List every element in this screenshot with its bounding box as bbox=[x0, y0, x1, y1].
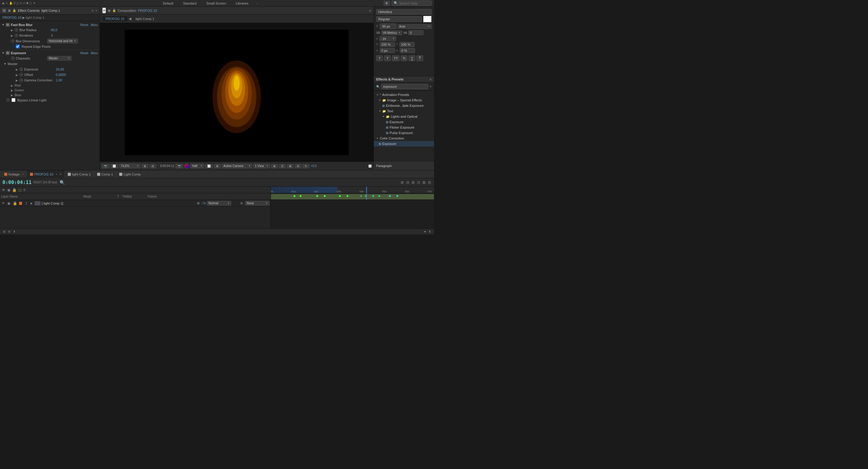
repeat-edge-checkbox[interactable] bbox=[16, 44, 20, 49]
tri-btn[interactable]: ▶ bbox=[11, 29, 13, 31]
tab-profog10[interactable]: PROFOG 10 × ≡ bbox=[27, 170, 65, 178]
grid-btn[interactable]: ⊟ bbox=[150, 164, 156, 168]
comp-tab-profog10[interactable]: PROFOG 10 bbox=[102, 16, 127, 21]
layer-lock-btn[interactable]: 🔒 bbox=[12, 200, 18, 206]
panel-close-btn[interactable]: × bbox=[2, 9, 6, 12]
tree-image-special[interactable]: ▼ 📁 Image – Special Effects bbox=[374, 97, 434, 103]
search-input[interactable] bbox=[399, 1, 430, 5]
stopwatch-channels[interactable]: ⏱ bbox=[11, 57, 14, 60]
scale-x-input[interactable] bbox=[380, 42, 395, 47]
ts-btn-t1[interactable]: T bbox=[376, 55, 383, 61]
tree-animation-presets[interactable]: ▼ * Animation Presets bbox=[374, 92, 434, 97]
tab-lightcomp1[interactable]: light Comp 1 bbox=[65, 170, 94, 178]
tree-lights-optical[interactable]: ▼ 📁 Lights and Optical bbox=[374, 114, 434, 119]
eye-btn[interactable]: 👁 bbox=[1, 187, 6, 193]
exposure-prop-value[interactable]: 10,00 bbox=[56, 67, 64, 71]
layout-btn3[interactable]: ⊠ bbox=[287, 164, 293, 168]
scale-y-input[interactable] bbox=[400, 42, 415, 47]
tree-exposure[interactable]: ⊞ Exposure bbox=[374, 119, 434, 125]
tri-green[interactable]: ▶ bbox=[11, 89, 13, 91]
search-btn[interactable]: 🔍 bbox=[59, 180, 65, 186]
tri-btn-exp[interactable]: ▶ bbox=[16, 68, 18, 70]
effects-panel-menu[interactable]: ≡ bbox=[430, 77, 432, 81]
profog10-tab-menu[interactable]: ≡ bbox=[60, 173, 61, 176]
zoom-dropdown[interactable]: 74,6% ▼ bbox=[119, 164, 141, 168]
tri-btn-off[interactable]: ▶ bbox=[16, 73, 18, 76]
color-btn[interactable] bbox=[184, 164, 189, 168]
snapshot-btn[interactable]: 📷 bbox=[102, 164, 109, 168]
fast-box-blur-header[interactable]: ▼ fx Fast Box Blur Reset Abou bbox=[0, 22, 100, 27]
num-btn[interactable]: # bbox=[23, 187, 26, 193]
tree-pulse-exposure[interactable]: ⊞ Pulse Exposure bbox=[374, 130, 434, 135]
va-value-input[interactable] bbox=[408, 30, 424, 35]
layer-parent-dropdown[interactable]: None ▼ bbox=[245, 201, 269, 206]
iterations-value[interactable]: 3 bbox=[51, 34, 53, 37]
bypass-linear-checkbox[interactable] bbox=[11, 98, 16, 102]
view-dropdown[interactable]: 1 View ▼ bbox=[253, 164, 270, 168]
ts-btn-ts[interactable]: T̈ bbox=[416, 55, 423, 61]
timeline-tool2[interactable]: ⊟ bbox=[406, 180, 410, 185]
region-btn[interactable]: ⬜ bbox=[205, 164, 213, 168]
tree-flicker-exposure[interactable]: ⊞ Flicker Exposure bbox=[374, 125, 434, 130]
panel-chevron[interactable]: » bbox=[95, 9, 97, 12]
workspace-standard[interactable]: Standard bbox=[181, 1, 198, 6]
profog10-tab-close[interactable]: × bbox=[56, 173, 57, 176]
timeline-tool1[interactable]: ⊞ bbox=[400, 180, 404, 185]
about-btn[interactable]: Abou bbox=[91, 23, 98, 27]
timeline-tool3[interactable]: ⊞ bbox=[411, 180, 415, 185]
status-btn4[interactable]: ⬅ bbox=[423, 229, 427, 234]
status-btn1[interactable]: ⊞ bbox=[2, 229, 6, 234]
workspace-default[interactable]: Default bbox=[161, 1, 175, 6]
lock-btn[interactable]: 🔒 bbox=[11, 187, 17, 193]
layer-expand-btn[interactable]: ▶ bbox=[31, 202, 33, 205]
tri-blue[interactable]: ▶ bbox=[11, 94, 13, 96]
tree-exposure-cc[interactable]: ⊞ Exposure bbox=[374, 141, 434, 147]
layer-eye-btn[interactable]: 👁 bbox=[1, 201, 5, 206]
status-btn2[interactable]: ⚙ bbox=[7, 229, 11, 234]
blur-radius-value[interactable]: 90,0 bbox=[51, 28, 57, 32]
ts-btn-tr[interactable]: Tr bbox=[401, 55, 407, 61]
master-arrow[interactable]: ▼ bbox=[4, 62, 6, 65]
ts-btn-tt[interactable]: TT bbox=[392, 55, 400, 61]
ts-btn-tu[interactable]: T bbox=[409, 55, 415, 61]
tri-red[interactable]: ▶ bbox=[11, 84, 13, 87]
va-metrics-dropdown[interactable]: VA Metrics ▼ bbox=[381, 31, 402, 35]
stopwatch-exp[interactable]: ⏱ bbox=[19, 67, 23, 71]
gamma-value[interactable]: 1,00 bbox=[56, 79, 62, 82]
exposure-header[interactable]: ▼ fx Exposure Reset Abou bbox=[0, 51, 100, 55]
stopwatch-off[interactable]: ⏱ bbox=[19, 73, 23, 76]
fit-btn[interactable]: ⊞ bbox=[142, 164, 148, 168]
workspace-libraries[interactable]: Libraries bbox=[234, 1, 250, 6]
channels-dropdown[interactable]: Master ▼ bbox=[47, 56, 71, 61]
time-ruler[interactable]: 00s 01s 02s 03s 04s 05s 06s 07s 08s bbox=[271, 187, 434, 193]
camera-icon[interactable]: 📷 bbox=[176, 164, 183, 168]
reset-btn[interactable]: Reset bbox=[81, 23, 88, 27]
tracking-input[interactable] bbox=[400, 48, 415, 53]
layer-mode-dropdown[interactable]: Normal ▼ bbox=[207, 201, 231, 206]
font-style-dropdown[interactable]: Regular bbox=[376, 16, 422, 22]
offset-value[interactable]: 0,0000 bbox=[56, 73, 66, 76]
solo-btn[interactable]: ◉ bbox=[7, 187, 11, 193]
timeline-tool6[interactable]: ⊟ bbox=[427, 180, 432, 185]
tree-color-correction[interactable]: ▼ Color Correction bbox=[374, 135, 434, 141]
expand-btn[interactable]: ⬜ bbox=[368, 165, 372, 168]
stopwatch-bypass[interactable]: ⏱ bbox=[6, 98, 10, 102]
stopwatch-blur-radius[interactable]: ⏱ bbox=[14, 28, 18, 32]
font-family-dropdown[interactable]: Helvetica bbox=[376, 9, 432, 14]
ts-btn-t2[interactable]: T bbox=[384, 55, 391, 61]
track-clip-1[interactable] bbox=[271, 194, 434, 199]
tab-footage[interactable]: footage × bbox=[1, 170, 27, 178]
baseline-input[interactable] bbox=[380, 48, 395, 53]
exposure-about-btn[interactable]: Abou bbox=[91, 52, 98, 55]
timeline-tool4[interactable]: ⊡ bbox=[416, 180, 421, 185]
exposure-reset-btn[interactable]: Reset bbox=[81, 52, 88, 55]
label-btn[interactable]: ◻ bbox=[18, 187, 22, 193]
tri-btn-iter[interactable]: ▶ bbox=[11, 34, 13, 37]
panel-expand-btn[interactable]: ≡ bbox=[92, 9, 94, 12]
view-mode-btn[interactable]: ⬜ bbox=[111, 164, 118, 168]
layout-btn4[interactable]: ⊟ bbox=[295, 164, 302, 168]
transparency-btn[interactable]: ⊞ bbox=[214, 164, 221, 168]
workspace-small-screen[interactable]: Small Screen bbox=[204, 1, 227, 6]
quality-dropdown[interactable]: Half ▼ bbox=[190, 164, 204, 168]
footage-tab-close[interactable]: × bbox=[22, 173, 24, 176]
